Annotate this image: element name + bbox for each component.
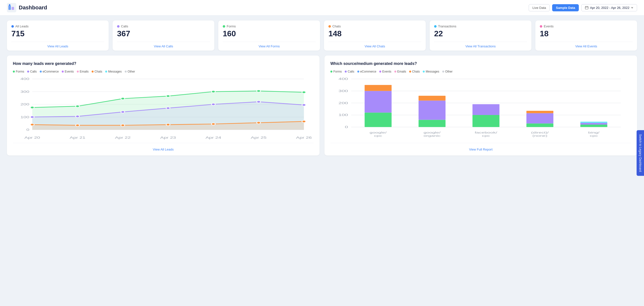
legend-dot xyxy=(62,71,64,72)
main-content: All Leads 715 View All Leads Calls 367 V… xyxy=(0,15,644,160)
bar-chart-card: Which source/medium generated more leads… xyxy=(324,55,637,155)
card-view-link[interactable]: View All Leads xyxy=(11,42,104,51)
legend-dot xyxy=(442,71,444,72)
legend-label: Other xyxy=(128,70,135,73)
legend-dot xyxy=(125,71,127,72)
legend-item: Forms xyxy=(330,70,342,73)
svg-text:Apr 25: Apr 25 xyxy=(251,136,267,140)
svg-text:cpc: cpc xyxy=(590,134,598,137)
dashboard-logo-icon xyxy=(7,3,16,12)
card-dot xyxy=(117,25,120,28)
card-chats: Chats 148 View All Chats xyxy=(324,20,426,51)
page-title: Dashboard xyxy=(19,4,47,11)
chevron-down-icon xyxy=(631,6,634,9)
legend-label: Calls xyxy=(348,70,354,73)
card-value: 22 xyxy=(434,29,527,38)
legend-label: eCommerce xyxy=(43,70,59,73)
charts-row: How many leads were generated? FormsCall… xyxy=(7,55,637,155)
header: Dashboard Live Data Sample Data Apr 20, … xyxy=(0,0,644,15)
legend-dot xyxy=(423,71,425,72)
svg-text:0: 0 xyxy=(345,125,348,129)
line-chart-legend: FormsCallseCommerceEventsEmailsChatsMess… xyxy=(13,70,314,73)
view-all-leads-link[interactable]: View All Leads xyxy=(153,148,174,151)
svg-point-30 xyxy=(211,91,215,93)
card-dot xyxy=(434,25,436,28)
card-view-link[interactable]: View All Forms xyxy=(223,42,316,51)
line-chart-card: How many leads were generated? FormsCall… xyxy=(7,55,320,155)
legend-item: Calls xyxy=(345,70,354,73)
card-label: Events xyxy=(544,24,554,28)
card-label-row: Forms xyxy=(223,24,316,28)
card-label: Transactions xyxy=(438,24,456,28)
legend-label: eCommerce xyxy=(360,70,376,73)
svg-point-27 xyxy=(76,105,80,107)
legend-item: eCommerce xyxy=(357,70,376,73)
card-value: 18 xyxy=(540,29,633,38)
svg-rect-68 xyxy=(472,104,499,115)
legend-label: Forms xyxy=(16,70,24,73)
card-view-link[interactable]: View All Calls xyxy=(117,42,210,51)
card-view-link[interactable]: View All Chats xyxy=(328,42,421,51)
card-label: All Leads xyxy=(15,24,28,28)
svg-text:Apr 23: Apr 23 xyxy=(160,136,176,140)
legend-label: Forms xyxy=(333,70,342,73)
legend-item: Events xyxy=(62,70,74,73)
bar-chart-title: Which source/medium generated more leads… xyxy=(330,61,631,66)
legend-dot xyxy=(92,71,94,72)
svg-point-32 xyxy=(302,91,306,93)
card-view-link[interactable]: View All Events xyxy=(540,42,633,51)
svg-point-28 xyxy=(121,97,125,100)
svg-text:Apr 21: Apr 21 xyxy=(70,136,86,140)
svg-text:cpc: cpc xyxy=(374,134,382,137)
svg-rect-62 xyxy=(418,120,446,127)
svg-text:(none): (none) xyxy=(532,134,548,137)
legacy-dashboard-button[interactable]: Switch to Legacy Dashboard xyxy=(636,130,644,176)
svg-text:Apr 24: Apr 24 xyxy=(206,136,221,140)
svg-text:organic: organic xyxy=(424,134,440,137)
svg-text:0: 0 xyxy=(26,128,30,132)
svg-rect-67 xyxy=(472,115,499,127)
svg-rect-78 xyxy=(580,122,607,123)
legend-dot xyxy=(409,71,411,72)
line-chart-area: 0100200300400Apr 20Apr 21Apr 22Apr 23Apr… xyxy=(13,76,314,140)
svg-text:200: 200 xyxy=(338,101,348,105)
date-range-button[interactable]: Apr 20, 2022 - Apr 26, 2022 xyxy=(581,4,637,11)
card-dot xyxy=(223,25,225,28)
svg-text:400: 400 xyxy=(20,77,30,81)
svg-text:facebook/: facebook/ xyxy=(475,131,497,134)
svg-rect-63 xyxy=(418,101,446,120)
card-calls: Calls 367 View All Calls xyxy=(112,20,214,51)
legend-dot xyxy=(379,71,381,72)
card-transactions: Transactions 22 View All Transactions xyxy=(430,20,532,51)
svg-text:100: 100 xyxy=(20,115,30,119)
legend-dot xyxy=(357,71,359,72)
view-full-report-link[interactable]: View Full Report xyxy=(469,148,492,151)
svg-point-43 xyxy=(166,124,170,126)
legend-item: eCommerce xyxy=(40,70,59,73)
card-label-row: Chats xyxy=(328,24,421,28)
card-view-link[interactable]: View All Transactions xyxy=(434,42,527,51)
legend-label: Events xyxy=(65,70,74,73)
svg-point-44 xyxy=(211,123,215,125)
svg-text:bing/: bing/ xyxy=(588,131,600,134)
card-label: Forms xyxy=(227,24,236,28)
bar-chart-legend: FormsCallseCommerceEventsEmailsChatsMess… xyxy=(330,70,631,73)
svg-point-34 xyxy=(76,115,80,117)
live-data-button[interactable]: Live Data xyxy=(529,4,550,11)
legend-label: Messages xyxy=(108,70,122,73)
svg-point-33 xyxy=(30,116,34,118)
svg-rect-76 xyxy=(580,125,607,127)
card-label: Calls xyxy=(121,24,128,28)
svg-text:Apr 26: Apr 26 xyxy=(296,136,312,140)
sample-data-button[interactable]: Sample Data xyxy=(552,4,579,11)
svg-point-38 xyxy=(256,101,260,103)
bar-chart-area: 0100200300400google/cpcgoogle/organicfac… xyxy=(330,76,631,140)
card-events: Events 18 View All Events xyxy=(535,20,637,51)
svg-rect-5 xyxy=(585,6,588,9)
card-dot xyxy=(11,25,14,28)
legend-item: Events xyxy=(379,70,392,73)
svg-rect-73 xyxy=(526,111,554,113)
legend-dot xyxy=(345,71,347,72)
card-value: 160 xyxy=(223,29,316,38)
legend-dot xyxy=(105,71,107,72)
